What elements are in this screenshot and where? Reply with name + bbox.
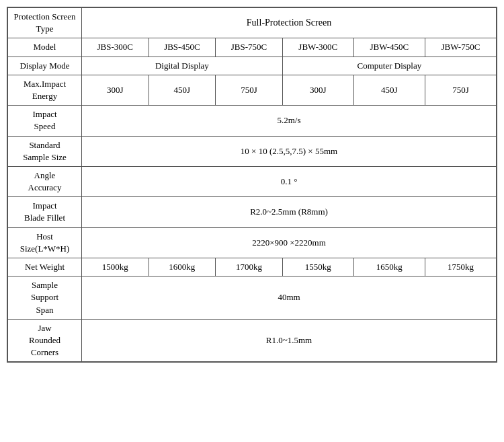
impact-blade-fillet-value: R2.0~2.5mm (R8mm) (82, 197, 497, 227)
protection-screen-type-label: Protection Screen Type (8, 8, 82, 38)
model-jbs750c: JBS-750C (216, 38, 283, 57)
net-weight-jbs750c: 1700kg (216, 258, 283, 277)
net-weight-jbs450c: 1600kg (149, 258, 216, 277)
impact-speed-row: ImpactSpeed 5.2m/s (8, 106, 497, 136)
model-jbw750c: JBW-750C (425, 38, 496, 57)
energy-450j-jbw: 450J (353, 75, 425, 105)
standard-sample-size-row: StandardSample Size 10 × 10 (2.5,5,7.5) … (8, 136, 497, 166)
net-weight-row: Net Weight 1500kg 1600kg 1700kg 1550kg 1… (8, 258, 497, 277)
protection-screen-type-value: Full-Protection Screen (82, 8, 497, 38)
net-weight-jbw450c: 1650kg (353, 258, 425, 277)
net-weight-label: Net Weight (8, 258, 82, 277)
display-mode-label: Display Mode (8, 57, 82, 75)
impact-blade-fillet-label: ImpactBlade Fillet (8, 197, 82, 227)
sample-support-span-row: SampleSupportSpan 40mm (8, 277, 497, 320)
model-jbw300c: JBW-300C (282, 38, 353, 57)
standard-sample-size-label: StandardSample Size (8, 136, 82, 166)
energy-750j-jbw: 750J (425, 75, 496, 105)
max-impact-energy-label: Max.ImpactEnergy (8, 75, 82, 105)
angle-accuracy-value: 0.1 ° (82, 166, 497, 196)
section-header-row: Protection Screen Type Full-Protection S… (8, 8, 497, 38)
jaw-rounded-corners-label: JawRoundedCorners (8, 319, 82, 362)
jaw-rounded-corners-value: R1.0~1.5mm (82, 319, 497, 362)
angle-accuracy-row: AngleAccuracy 0.1 ° (8, 166, 497, 196)
host-size-label: HostSize(L*W*H) (8, 227, 82, 258)
host-size-row: HostSize(L*W*H) 2220×900 ×2220mm (8, 227, 497, 258)
max-impact-energy-row: Max.ImpactEnergy 300J 450J 750J 300J 450… (8, 75, 497, 105)
model-jbs300c: JBS-300C (82, 38, 149, 57)
display-mode-jbs-value: Digital Display (82, 57, 283, 75)
net-weight-jbs300c: 1500kg (82, 258, 149, 277)
energy-750j-jbs: 750J (216, 75, 283, 105)
display-mode-jbw-value: Computer Display (282, 57, 496, 75)
sample-support-span-value: 40mm (82, 277, 497, 320)
net-weight-jbw750c: 1750kg (425, 258, 496, 277)
display-mode-row: Display Mode Digital Display Computer Di… (8, 57, 497, 75)
standard-sample-size-value: 10 × 10 (2.5,5,7.5) × 55mm (82, 136, 497, 166)
host-size-value: 2220×900 ×2220mm (82, 227, 497, 258)
model-jbw450c: JBW-450C (353, 38, 425, 57)
model-label: Model (8, 38, 82, 57)
sample-support-span-label: SampleSupportSpan (8, 277, 82, 320)
model-jbs450c: JBS-450C (149, 38, 216, 57)
impact-speed-label: ImpactSpeed (8, 106, 82, 136)
energy-300j-jbw: 300J (282, 75, 353, 105)
jaw-rounded-corners-row: JawRoundedCorners R1.0~1.5mm (8, 319, 497, 362)
spec-table: Protection Screen Type Full-Protection S… (7, 7, 497, 363)
net-weight-jbw300c: 1550kg (282, 258, 353, 277)
model-row: Model JBS-300C JBS-450C JBS-750C JBW-300… (8, 38, 497, 57)
impact-blade-fillet-row: ImpactBlade Fillet R2.0~2.5mm (R8mm) (8, 197, 497, 227)
angle-accuracy-label: AngleAccuracy (8, 166, 82, 196)
impact-speed-value: 5.2m/s (82, 106, 497, 136)
energy-300j-jbs: 300J (82, 75, 149, 105)
energy-450j-jbs: 450J (149, 75, 216, 105)
